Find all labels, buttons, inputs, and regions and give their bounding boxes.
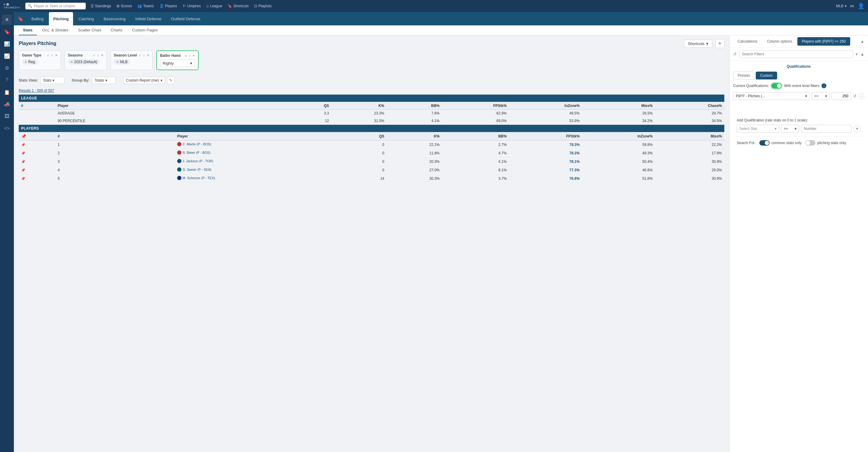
- sidebar-icon-bookmark[interactable]: 🔖: [2, 27, 12, 37]
- player-col-inzone[interactable]: InZone%: [582, 132, 655, 141]
- col-k[interactable]: K%: [331, 102, 386, 110]
- filter-season-level-x[interactable]: ✕: [116, 60, 119, 64]
- common-stats-toggle[interactable]: [760, 140, 770, 146]
- col-player[interactable]: Player: [55, 102, 175, 110]
- filter-season-level-edit[interactable]: ✓: [138, 54, 141, 57]
- info-icon[interactable]: i: [822, 83, 826, 88]
- panel-tab-calculations[interactable]: Calculations: [733, 37, 762, 46]
- filter-batter-hand-close[interactable]: ✕: [192, 54, 195, 58]
- player-link-2[interactable]: R. Bleier (P - BOS): [183, 151, 211, 154]
- filter-game-type-edit[interactable]: ✓: [47, 54, 50, 57]
- player-col-hash[interactable]: #: [55, 132, 175, 141]
- qual-stat-select[interactable]: P|PIT - Pitches (... ▾: [733, 92, 810, 100]
- player-col-qs[interactable]: QS: [331, 132, 386, 141]
- pin-3[interactable]: 📌: [21, 160, 25, 164]
- player-col-player[interactable]: Player: [175, 132, 331, 141]
- filter-game-type-star[interactable]: ☆: [51, 54, 54, 57]
- sidebar-icon-notes[interactable]: 📋: [2, 87, 12, 97]
- edit-report-button[interactable]: ✎: [167, 77, 175, 84]
- col-bb[interactable]: BB%: [386, 102, 442, 110]
- panel-close-button[interactable]: ▲: [860, 39, 864, 44]
- sidebar-icon-code[interactable]: <>: [2, 123, 12, 134]
- add-qual-add-button[interactable]: +: [854, 125, 861, 132]
- panel-collapse-btn[interactable]: ▲: [860, 52, 864, 57]
- stats-view-select[interactable]: Stats ▾: [40, 77, 65, 84]
- nav-umpires[interactable]: 🏳 Umpires: [183, 4, 201, 8]
- filter-seasons-close[interactable]: ✕: [101, 54, 103, 57]
- search-bar[interactable]: 🔍 Player or Team or Umpire: [25, 3, 86, 9]
- sidebar-icon-megaphone[interactable]: 📣: [2, 99, 12, 109]
- shortcuts-button[interactable]: Shortcuts ▾: [684, 39, 712, 48]
- filter-game-type-x[interactable]: ✕: [25, 60, 27, 64]
- user-icon[interactable]: 👤: [858, 3, 864, 9]
- player-col-fpstk[interactable]: FPStk%: [509, 132, 582, 141]
- group-by-select[interactable]: Totals ▾: [92, 77, 116, 84]
- sidebar-icon-chart[interactable]: 📊: [2, 39, 12, 49]
- refresh-history-icon[interactable]: ↺: [733, 52, 737, 57]
- filter-seasons-x[interactable]: ✕: [70, 60, 73, 64]
- sidebar-icon-graph[interactable]: 📈: [2, 51, 12, 61]
- col-miss[interactable]: Miss%: [582, 102, 655, 110]
- event-level-toggle[interactable]: [771, 83, 782, 88]
- pin-1[interactable]: 📌: [21, 143, 25, 146]
- tab-outfield-defense[interactable]: Outfield Defense: [167, 12, 205, 25]
- subtab-custom[interactable]: Custom Pages: [128, 25, 162, 35]
- results-info[interactable]: Results 1 - 500 of 507: [14, 87, 729, 94]
- col-hash[interactable]: #: [19, 102, 55, 110]
- search-filters-chevron[interactable]: ▾: [856, 52, 858, 57]
- nav-scores[interactable]: ⊞ Scores: [117, 4, 132, 8]
- sidebar-icon-gallery[interactable]: 🖼: [2, 111, 12, 121]
- qual-remove-button[interactable]: −: [858, 93, 864, 99]
- sidebar-icon-menu[interactable]: ≡: [2, 15, 12, 25]
- panel-tab-players-with[interactable]: Players with [P|PIT] >= 250: [797, 37, 850, 46]
- nav-standings[interactable]: ☰ Standings: [91, 4, 111, 8]
- filter-seasons-star[interactable]: ☆: [97, 54, 100, 57]
- player-link-4[interactable]: G. Speier (P - SEA): [183, 168, 212, 171]
- tab-catching[interactable]: Catching: [74, 12, 98, 25]
- add-qual-op-select[interactable]: >= ▾: [781, 125, 799, 133]
- subtab-scatter[interactable]: Scatter Chart: [74, 25, 105, 35]
- tab-pitching[interactable]: Pitching: [49, 12, 73, 25]
- panel-tab-column-options[interactable]: Column options: [763, 37, 797, 46]
- sidebar-icon-settings[interactable]: ⚙: [2, 63, 12, 73]
- search-filters-input[interactable]: [739, 50, 853, 58]
- player-link-3[interactable]: J. Jackson (P - TOR): [183, 159, 213, 163]
- col-fpstk[interactable]: FPStk%: [442, 102, 509, 110]
- player-col-bb[interactable]: BB%: [442, 132, 509, 141]
- lang-selector[interactable]: en: [850, 4, 854, 8]
- custom-report-select[interactable]: Custom Report (me) ▾: [123, 77, 165, 84]
- filter-batter-hand-dropdown[interactable]: Righty ▾: [160, 59, 195, 67]
- nav-teams[interactable]: 👥 Teams: [137, 4, 154, 8]
- sidebar-icon-help[interactable]: ?: [2, 75, 12, 85]
- bookmark-icon[interactable]: 🔖: [18, 16, 24, 22]
- pitching-stats-toggle[interactable]: [805, 140, 815, 146]
- subtab-charts[interactable]: Charts: [106, 25, 126, 35]
- nav-shortcuts[interactable]: 🔖 Shortcuts: [227, 4, 249, 8]
- filter-seasons-edit[interactable]: ✓: [93, 54, 95, 57]
- nav-playlists[interactable]: ⊡ Playlists: [254, 4, 272, 8]
- qual-tab-presets[interactable]: Presets: [733, 72, 754, 80]
- player-col-miss[interactable]: Miss%: [655, 132, 724, 141]
- pin-4[interactable]: 📌: [21, 168, 25, 172]
- filter-game-type-close[interactable]: ✕: [55, 54, 58, 57]
- filter-batter-hand-list[interactable]: ≡: [185, 54, 187, 57]
- nav-league[interactable]: ◇ League: [206, 4, 222, 8]
- col-qs[interactable]: QS: [175, 102, 331, 110]
- tab-batting[interactable]: Batting: [27, 12, 48, 25]
- player-col-k[interactable]: K%: [386, 132, 442, 141]
- qual-refresh-icon[interactable]: ↺: [853, 94, 857, 98]
- tab-infield-defense[interactable]: Infield Defense: [131, 12, 166, 25]
- qual-tab-custom[interactable]: Custom: [756, 72, 777, 80]
- pin-5[interactable]: 📌: [21, 177, 25, 180]
- add-qual-stat-select[interactable]: Select Stat ▾: [737, 125, 779, 133]
- tab-baserunning[interactable]: Baserunning: [99, 12, 130, 25]
- col-chase[interactable]: Chase%: [655, 102, 724, 110]
- subtab-occ[interactable]: Occ. & Streaks: [38, 25, 73, 35]
- qual-op-select[interactable]: >= ▾: [812, 92, 830, 100]
- add-button[interactable]: +: [715, 39, 724, 48]
- nav-players[interactable]: 👤 Players: [159, 4, 177, 8]
- player-link-1[interactable]: C. Martin (P - BOS): [183, 142, 211, 146]
- qual-value-input[interactable]: 250: [832, 92, 851, 100]
- filter-season-level-close[interactable]: ✕: [147, 54, 149, 57]
- pin-2[interactable]: 📌: [21, 151, 25, 155]
